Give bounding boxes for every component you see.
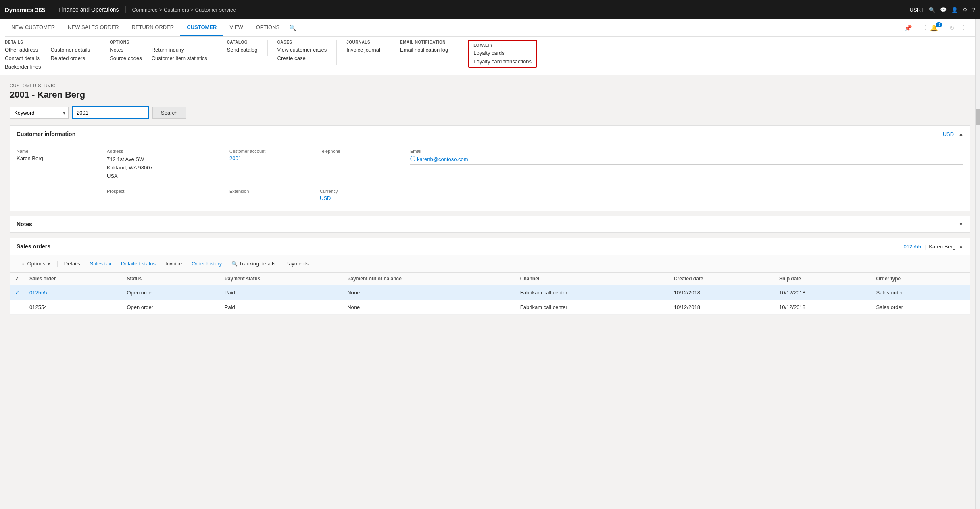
ribbon-pin-icon[interactable]: 📌 <box>903 22 914 33</box>
sales-orders-order-link[interactable]: 012555 <box>904 244 921 250</box>
row2-payment-balance: None <box>342 300 515 315</box>
row1-payment-balance: None <box>342 285 515 300</box>
ribbon-customer-details[interactable]: Customer details <box>51 47 90 53</box>
extension-value <box>229 195 310 204</box>
email-text[interactable]: karenb@contoso.com <box>417 156 468 162</box>
col-created-date[interactable]: Created date <box>669 273 774 285</box>
col-sales-order[interactable]: Sales order <box>25 273 122 285</box>
invoice-button[interactable]: Invoice <box>161 258 187 269</box>
ribbon-related-orders[interactable]: Related orders <box>51 55 90 61</box>
sales-orders-title: Sales orders <box>17 243 50 250</box>
extension-label: Extension <box>229 189 310 194</box>
check-icon: ✓ <box>15 289 20 296</box>
keyword-select-wrapper[interactable]: Keyword Customer account Name <box>10 107 69 119</box>
col-payment-balance[interactable]: Payment out of balance <box>342 273 515 285</box>
col-payment-status[interactable]: Payment status <box>220 273 342 285</box>
address-value: 712 1st Ave SWKirkland, WA 98007USA <box>107 155 220 182</box>
ribbon-refresh-icon[interactable]: ↻ <box>946 22 957 33</box>
collapse-icon[interactable]: ▲ <box>959 131 963 137</box>
notes-collapse-icon[interactable]: ▼ <box>959 221 963 227</box>
row1-ship-date: 10/12/2018 <box>774 285 872 300</box>
fo-label[interactable]: Finance and Operations <box>52 6 125 13</box>
chat-icon[interactable]: 💬 <box>940 7 947 13</box>
currency-link[interactable]: USD <box>943 131 954 137</box>
row2-checkbox[interactable] <box>10 300 25 315</box>
ribbon-loyalty-card-transactions[interactable]: Loyalty card transactions <box>473 58 532 65</box>
tab-options[interactable]: OPTIONS <box>250 19 286 36</box>
ribbon-group-loyalty: LOYALTY Loyalty cards Loyalty card trans… <box>468 40 537 68</box>
email-value[interactable]: ⓘ karenb@contoso.com <box>410 155 963 165</box>
table-row[interactable]: ✓ 012555 Open order Paid None Fabrikam c… <box>10 285 970 300</box>
info-icon: ⓘ <box>410 155 415 163</box>
col-ship-date[interactable]: Ship date <box>774 273 872 285</box>
name-value: Karen Berg <box>17 155 97 164</box>
email-field: Email ⓘ karenb@contoso.com <box>410 149 963 182</box>
row2-order-id[interactable]: 012554 <box>25 300 122 315</box>
tab-new-sales-order[interactable]: New sales order <box>61 19 125 36</box>
ribbon-view-customer-cases[interactable]: View customer cases <box>277 47 327 53</box>
ribbon-windows-icon[interactable]: ⛶ <box>917 22 928 33</box>
currency-field: Currency USD <box>320 189 400 204</box>
col-status[interactable]: Status <box>122 273 219 285</box>
ribbon-source-codes[interactable]: Source codes <box>110 55 142 61</box>
ribbon-return-inquiry[interactable]: Return inquiry <box>152 47 207 53</box>
scrollbar-thumb[interactable] <box>976 109 980 125</box>
ribbon-fullscreen-icon[interactable]: ⛶ <box>961 22 972 33</box>
d365-label[interactable]: Dynamics 365 <box>5 6 52 13</box>
ribbon-backorder-lines[interactable]: Backorder lines <box>5 64 41 70</box>
row1-order-id[interactable]: 012555 <box>25 285 122 300</box>
notes-header[interactable]: Notes ▼ <box>10 216 970 233</box>
ribbon-contact-details[interactable]: Contact details <box>5 55 41 61</box>
cases-group-title: CASES <box>277 40 327 44</box>
customer-account-value[interactable]: 2001 <box>229 155 310 164</box>
sales-orders-divider: | <box>924 244 926 250</box>
help-icon[interactable]: ? <box>972 7 975 13</box>
row2-created-date: 10/12/2018 <box>669 300 774 315</box>
customer-info-body: Name Karen Berg Address 712 1st Ave SWKi… <box>10 142 970 211</box>
search-icon[interactable]: 🔍 <box>929 7 935 13</box>
row1-created-date: 10/12/2018 <box>669 285 774 300</box>
search-input[interactable] <box>72 106 149 119</box>
ribbon-send-catalog[interactable]: Send catalog <box>227 47 258 53</box>
ribbon-email-notification-log[interactable]: Email notification log <box>400 47 448 53</box>
col-order-type[interactable]: Order type <box>872 273 970 285</box>
sales-orders-collapse-icon[interactable]: ▲ <box>959 244 963 249</box>
ribbon-loyalty-cards[interactable]: Loyalty cards <box>473 50 532 56</box>
order-history-button[interactable]: Order history <box>187 258 227 269</box>
customer-info-card: Customer information USD ▲ Name Karen Be… <box>10 125 970 211</box>
ribbon-search-icon[interactable]: 🔍 <box>286 20 299 36</box>
table-row[interactable]: 012554 Open order Paid None Fabrikam cal… <box>10 300 970 315</box>
keyword-select[interactable]: Keyword Customer account Name <box>10 107 69 119</box>
options-group-title: OPTIONS <box>110 40 207 44</box>
person-icon[interactable]: 👤 <box>951 7 958 13</box>
top-nav-right: USRT 🔍 💬 👤 ⚙ ? <box>910 7 975 13</box>
ribbon-notification-icon[interactable]: 🔔 0 <box>932 22 943 33</box>
ribbon-notes[interactable]: Notes <box>110 47 142 53</box>
options-button[interactable]: ··· Options ▼ <box>17 258 56 269</box>
telephone-field: Telephone <box>320 149 400 182</box>
tab-new-customer[interactable]: New customer <box>5 19 61 36</box>
tab-return-order[interactable]: Return order <box>125 19 181 36</box>
tracking-details-button[interactable]: 🔍 Tracking details <box>227 258 280 269</box>
payments-button[interactable]: Payments <box>280 258 313 269</box>
sales-tax-button[interactable]: Sales tax <box>85 258 116 269</box>
tab-view[interactable]: VIEW <box>223 19 249 36</box>
col-channel[interactable]: Channel <box>515 273 669 285</box>
notes-title: Notes <box>17 221 32 227</box>
ribbon-invoice-journal[interactable]: Invoice journal <box>346 47 380 53</box>
row1-checkbox[interactable]: ✓ <box>10 285 25 300</box>
customer-info-header[interactable]: Customer information USD ▲ <box>10 126 970 142</box>
search-button[interactable]: Search <box>152 107 186 119</box>
ribbon-customer-item-stats[interactable]: Customer item statistics <box>152 55 207 61</box>
detailed-status-button[interactable]: Detailed status <box>116 258 161 269</box>
search-row: Keyword Customer account Name Search <box>10 106 970 119</box>
details-button[interactable]: Details <box>59 258 85 269</box>
ribbon-other-address[interactable]: Other address <box>5 47 41 53</box>
tab-customer[interactable]: CUSTOMER <box>180 19 223 36</box>
currency-value[interactable]: USD <box>320 195 400 204</box>
ribbon-create-case[interactable]: Create case <box>277 55 327 61</box>
table-header-row: ✓ Sales order Status Payment status Paym… <box>10 273 970 285</box>
sales-orders-card: Sales orders 012555 | Karen Berg ▲ ··· O… <box>10 238 970 315</box>
settings-icon[interactable]: ⚙ <box>963 7 967 13</box>
page-scrollbar[interactable] <box>975 19 980 509</box>
